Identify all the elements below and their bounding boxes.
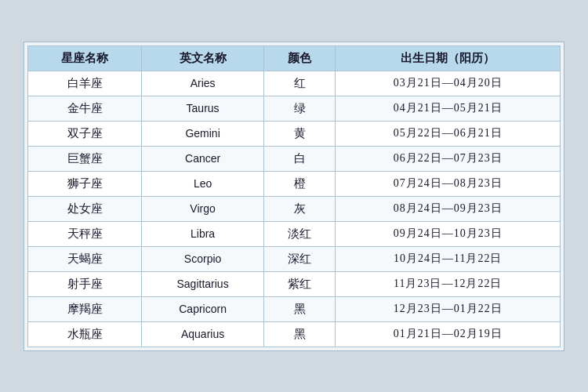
- cell-date: 05月22日—06月21日: [336, 121, 561, 146]
- cell-en: Libra: [142, 221, 264, 246]
- col-header-en: 英文名称: [142, 45, 264, 71]
- zodiac-table: 星座名称 英文名称 颜色 出生日期（阳历） 白羊座Aries红03月21日—04…: [27, 45, 561, 347]
- cell-zh: 金牛座: [28, 96, 142, 121]
- zodiac-table-wrapper: 星座名称 英文名称 颜色 出生日期（阳历） 白羊座Aries红03月21日—04…: [24, 42, 564, 351]
- table-row: 天秤座Libra淡红09月24日—10月23日: [28, 221, 561, 246]
- table-row: 金牛座Taurus绿04月21日—05月21日: [28, 96, 561, 121]
- cell-color: 灰: [264, 196, 336, 221]
- cell-zh: 处女座: [28, 196, 142, 221]
- cell-date: 08月24日—09月23日: [336, 196, 561, 221]
- table-row: 白羊座Aries红03月21日—04月20日: [28, 71, 561, 96]
- table-row: 摩羯座Capricorn黑12月23日—01月22日: [28, 296, 561, 321]
- cell-date: 03月21日—04月20日: [336, 71, 561, 96]
- cell-zh: 双子座: [28, 121, 142, 146]
- cell-color: 黑: [264, 296, 336, 321]
- col-header-zh: 星座名称: [28, 45, 142, 71]
- cell-date: 09月24日—10月23日: [336, 221, 561, 246]
- cell-zh: 狮子座: [28, 171, 142, 196]
- cell-en: Virgo: [142, 196, 264, 221]
- cell-en: Aries: [142, 71, 264, 96]
- table-row: 处女座Virgo灰08月24日—09月23日: [28, 196, 561, 221]
- cell-zh: 天蝎座: [28, 246, 142, 271]
- cell-color: 淡红: [264, 221, 336, 246]
- cell-en: Capricorn: [142, 296, 264, 321]
- cell-zh: 射手座: [28, 271, 142, 296]
- table-row: 双子座Gemini黄05月22日—06月21日: [28, 121, 561, 146]
- table-row: 水瓶座Aquarius黑01月21日—02月19日: [28, 321, 561, 347]
- cell-en: Taurus: [142, 96, 264, 121]
- col-header-color: 颜色: [264, 45, 336, 71]
- cell-zh: 摩羯座: [28, 296, 142, 321]
- cell-en: Gemini: [142, 121, 264, 146]
- cell-color: 紫红: [264, 271, 336, 296]
- cell-en: Leo: [142, 171, 264, 196]
- cell-zh: 巨蟹座: [28, 146, 142, 171]
- cell-date: 04月21日—05月21日: [336, 96, 561, 121]
- col-header-date: 出生日期（阳历）: [336, 45, 561, 71]
- table-row: 射手座Sagittarius紫红11月23日—12月22日: [28, 271, 561, 296]
- table-row: 天蝎座Scorpio深红10月24日—11月22日: [28, 246, 561, 271]
- cell-color: 橙: [264, 171, 336, 196]
- cell-date: 12月23日—01月22日: [336, 296, 561, 321]
- table-header-row: 星座名称 英文名称 颜色 出生日期（阳历）: [28, 45, 561, 71]
- cell-color: 白: [264, 146, 336, 171]
- cell-en: Aquarius: [142, 321, 264, 347]
- table-row: 狮子座Leo橙07月24日—08月23日: [28, 171, 561, 196]
- cell-color: 黄: [264, 121, 336, 146]
- cell-date: 01月21日—02月19日: [336, 321, 561, 347]
- cell-en: Cancer: [142, 146, 264, 171]
- cell-color: 红: [264, 71, 336, 96]
- cell-en: Sagittarius: [142, 271, 264, 296]
- table-row: 巨蟹座Cancer白06月22日—07月23日: [28, 146, 561, 171]
- cell-zh: 天秤座: [28, 221, 142, 246]
- cell-date: 11月23日—12月22日: [336, 271, 561, 296]
- cell-color: 深红: [264, 246, 336, 271]
- cell-zh: 水瓶座: [28, 321, 142, 347]
- cell-en: Scorpio: [142, 246, 264, 271]
- table-body: 白羊座Aries红03月21日—04月20日金牛座Taurus绿04月21日—0…: [28, 71, 561, 347]
- cell-color: 黑: [264, 321, 336, 347]
- cell-zh: 白羊座: [28, 71, 142, 96]
- cell-date: 06月22日—07月23日: [336, 146, 561, 171]
- cell-date: 07月24日—08月23日: [336, 171, 561, 196]
- cell-color: 绿: [264, 96, 336, 121]
- cell-date: 10月24日—11月22日: [336, 246, 561, 271]
